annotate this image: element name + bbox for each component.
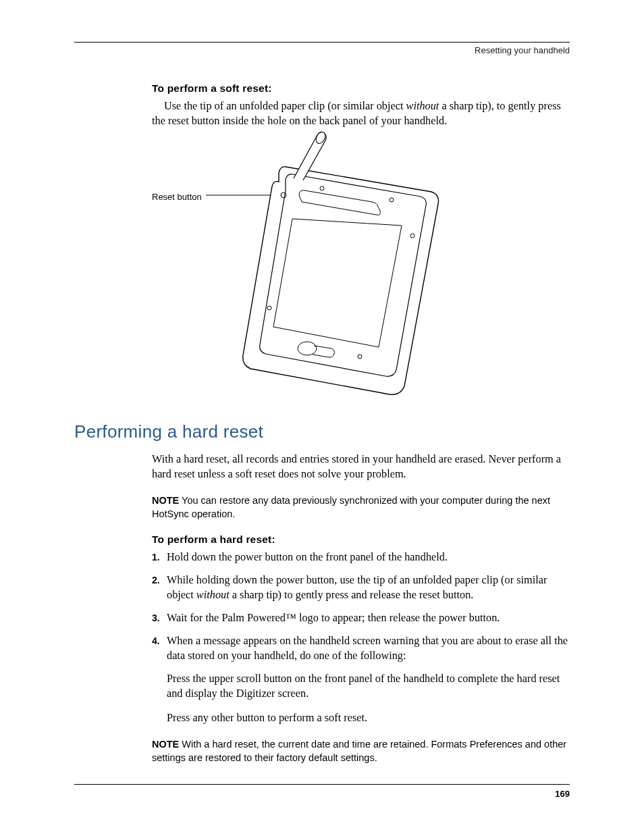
soft-reset-text-ital: without [406,99,439,112]
hard-reset-sub-2: Press any other button to perform a soft… [167,710,570,725]
soft-reset-paragraph: Use the tip of an unfolded paper clip (o… [152,99,570,128]
note-label-1: NOTE [152,495,179,506]
step-number: 4. [152,633,167,663]
hard-reset-sub-1: Press the upper scroll button on the fro… [167,671,570,701]
reset-button-callout-label: Reset button [152,192,202,202]
note-body-2: With a hard reset, the current date and … [152,739,566,763]
content-column: To perform a soft reset: Use the tip of … [74,82,570,764]
step-1: 1. Hold down the power button on the fro… [152,550,570,565]
hard-reset-note-2: NOTE With a hard reset, the current date… [152,737,570,765]
handheld-back-illustration [206,131,462,401]
soft-reset-text-a: Use the tip of an unfolded paper clip (o… [164,99,406,112]
hard-reset-intro: With a hard reset, all records and entri… [152,452,570,481]
step-3: 3. Wait for the Palm Powered™ logo to ap… [152,610,570,625]
step-text: While holding down the power button, use… [167,573,570,602]
note-body-1: You can restore any data previously sync… [152,495,550,519]
step-text: When a message appears on the handheld s… [167,633,570,663]
step-4: 4. When a message appears on the handhel… [152,633,570,663]
step-number: 3. [152,610,167,625]
step-2: 2. While holding down the power button, … [152,573,570,602]
running-head-text: Resetting your handheld [475,45,570,55]
step2-b: a sharp tip) to gently press and release… [230,588,474,601]
running-head: Resetting your handheld [74,42,570,55]
hard-reset-heading: Performing a hard reset [74,421,570,442]
page-frame: Resetting your handheld To perform a sof… [74,42,570,800]
step-number: 1. [152,550,167,565]
hard-reset-subhead: To perform a hard reset: [152,533,570,546]
reset-figure: Reset button [152,138,570,408]
soft-reset-subhead: To perform a soft reset: [152,82,570,95]
page-footer: 169 [74,784,570,799]
step-text: Hold down the power button on the front … [167,550,570,565]
note-label-2: NOTE [152,739,179,750]
step2-ital: without [196,588,230,601]
step-number: 2. [152,573,167,602]
page-number: 169 [555,789,570,799]
step-text: Wait for the Palm Powered™ logo to appea… [167,610,570,625]
hard-reset-note-1: NOTE You can restore any data previously… [152,494,570,521]
hard-reset-steps: 1. Hold down the power button on the fro… [152,550,570,663]
